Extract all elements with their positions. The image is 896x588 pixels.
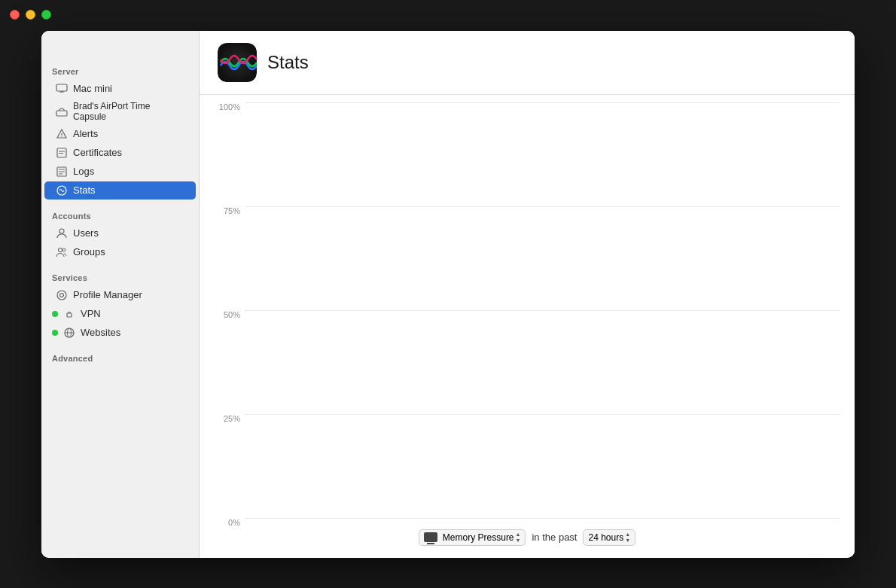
airport-icon [55,105,69,118]
computer-icon [55,82,69,96]
metric-selector[interactable]: Memory Pressure ▲ ▼ [419,529,526,545]
certificates-label: Certificates [73,147,122,158]
grid-line-75 [245,206,840,207]
profile-manager-icon [55,288,69,302]
alerts-icon [55,127,69,141]
y-label-0: 0% [215,518,245,519]
websites-icon [62,326,76,340]
mac-mini-label: Mac mini [73,83,112,94]
app-icon [218,43,257,82]
chart-grid [245,102,840,519]
sidebar-item-profile-manager[interactable]: Profile Manager [44,286,196,304]
svg-point-5 [61,136,62,136]
time-label: 24 hours [588,532,623,543]
sidebar-item-mac-mini[interactable]: Mac mini [44,80,196,98]
server-section-label: Server [41,61,199,79]
svg-point-17 [57,291,66,300]
stats-icon [55,184,69,197]
svg-point-18 [60,293,64,297]
sidebar-item-airport[interactable]: Brad's AirPort Time Capsule [44,99,196,124]
svg-rect-0 [56,84,67,91]
sidebar-item-certificates[interactable]: Certificates [44,144,196,162]
y-axis-labels: 100% 75% 50% 25% 0% [215,102,245,519]
vpn-label: VPN [81,308,101,319]
sidebar-item-websites[interactable]: Websites [44,324,196,342]
time-stepper[interactable]: ▲ ▼ [625,532,630,543]
groups-icon [55,245,69,259]
time-stepper-down-icon[interactable]: ▼ [625,538,630,544]
sidebar-item-alerts[interactable]: Alerts [44,125,196,143]
advanced-section-label: Advanced [41,348,199,366]
websites-status-dot [52,330,58,336]
y-label-75: 75% [215,206,245,207]
in-past-label: in the past [532,532,577,543]
grid-line-25 [245,414,840,415]
vpn-status-dot [52,311,58,317]
main-header: Stats [200,31,855,95]
main-panel: Stats 100% 75% 50% 25% 0% [200,31,855,558]
metric-stepper[interactable]: ▲ ▼ [516,532,521,543]
stats-label: Stats [73,184,96,196]
y-label-50: 50% [215,310,245,311]
chart-footer-inner: Memory Pressure ▲ ▼ in the past 24 hours… [419,529,635,545]
svg-point-15 [59,248,62,251]
profile-manager-label: Profile Manager [73,289,142,300]
sidebar-item-stats[interactable]: Stats [44,181,196,200]
window-content: Server Mac mini [41,31,855,558]
accounts-section-label: Accounts [41,206,199,224]
chart-area: 100% 75% 50% 25% 0% [200,95,855,519]
time-selector[interactable]: 24 hours ▲ ▼ [583,529,635,545]
svg-rect-19 [67,313,72,317]
websites-label: Websites [81,327,120,338]
logs-icon [55,165,69,178]
groups-label: Groups [73,246,105,257]
sidebar-item-vpn[interactable]: VPN [44,305,196,323]
sidebar-item-logs[interactable]: Logs [44,163,196,181]
stepper-down-icon[interactable]: ▼ [516,538,521,544]
page-title: Stats [267,52,309,73]
sidebar: Server Mac mini [41,31,200,558]
sidebar-item-groups[interactable]: Groups [44,243,196,261]
grid-line-50 [245,310,840,311]
logs-label: Logs [73,166,94,177]
svg-rect-3 [56,111,67,116]
main-window: Server Mac mini [41,31,855,558]
certificates-icon [55,146,69,160]
ram-icon [424,532,437,542]
services-section-label: Services [41,267,199,285]
sidebar-item-users[interactable]: Users [44,224,196,242]
alerts-label: Alerts [73,128,98,139]
svg-point-16 [62,248,66,251]
stepper-up-icon[interactable]: ▲ [516,532,521,538]
y-label-100: 100% [215,102,245,103]
time-stepper-up-icon[interactable]: ▲ [625,532,630,538]
metric-label: Memory Pressure [443,532,514,543]
vpn-icon [62,307,76,321]
svg-point-14 [59,229,64,233]
y-label-25: 25% [215,414,245,415]
grid-line-0 [245,518,840,519]
airport-label: Brad's AirPort Time Capsule [73,101,185,122]
users-icon [55,227,69,240]
users-label: Users [73,227,99,239]
chart-footer: Memory Pressure ▲ ▼ in the past 24 hours… [200,519,855,557]
grid-line-100 [245,102,840,103]
